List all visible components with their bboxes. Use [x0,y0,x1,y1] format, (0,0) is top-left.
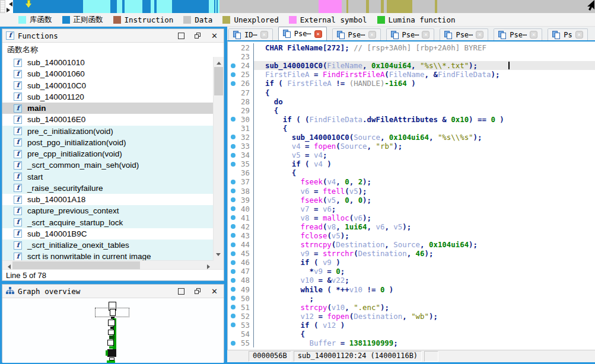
code-line[interactable]: 42 fread(v8, 1ui64, v6, v5); [228,222,595,231]
code-line[interactable]: 46 if ( v9 ) [228,258,595,267]
function-list-item[interactable]: f_raise_securityfailure [2,183,214,194]
band-segment[interactable] [172,0,209,13]
code-text[interactable]: { [254,106,595,115]
code-line[interactable]: 51 strcpy(v10, ".enc"); [228,303,595,312]
function-list-item[interactable]: fpre_cpp_initialization(void) [2,148,214,159]
code-text[interactable]: v4 = fopen(Source, "rb"); [254,142,595,151]
code-line[interactable]: 24 sub_1400010C0(FileName, 0x104ui64, "%… [228,61,595,70]
float-window-icon[interactable] [195,288,201,295]
code-line[interactable]: 33 v4 = fopen(Source, "rb"); [228,142,595,151]
code-line[interactable]: 23 [228,52,595,61]
scroll-down-icon[interactable] [216,253,221,258]
code-text[interactable]: if ( v12 ) [254,321,595,330]
code-line[interactable]: 54 { [228,330,595,339]
editor-tab[interactable]: Pse⋯✕ [440,28,488,40]
code-text[interactable] [254,52,595,61]
function-list-item[interactable]: fcapture_previous_context [2,205,214,216]
code-line[interactable]: 26 if ( FirstFileA != (HANDLE)-1i64 ) [228,79,595,88]
code-line[interactable]: 36 { [228,168,595,177]
band-segment[interactable] [110,0,117,13]
code-text[interactable]: if ( (FindFileData.dwFileAttributes & 0x… [254,115,595,124]
band-segment[interactable] [125,0,142,13]
band-segment[interactable] [157,0,172,13]
code-text[interactable]: do [254,97,595,106]
code-text[interactable]: sub_1400010C0(FileName, 0x104ui64, "%s\\… [254,61,595,70]
tab-close-icon[interactable]: ✕ [368,31,376,39]
tab-close-icon[interactable]: ✕ [530,31,537,39]
code-text[interactable]: if ( v4 ) [254,159,595,168]
band-segment[interactable] [387,0,412,13]
code-line[interactable]: 39 fseek(v5, 0, 0); [228,196,595,205]
maximize-icon[interactable] [178,288,184,295]
function-list-item[interactable]: fpost_pgo_initialization(void) [2,137,214,148]
band-segment[interactable] [412,0,435,13]
editor-tab[interactable]: Ps✕ [548,28,587,40]
scroll-up-icon[interactable] [217,59,221,65]
function-list-item[interactable]: fsub_1400010C0 [2,80,214,91]
graph-overview-titlebar[interactable]: Graph overview ✕ [2,285,224,298]
code-text[interactable]: fread(v8, 1ui64, v6, v5); [254,222,595,231]
band-segment[interactable] [117,0,122,13]
tab-close-icon[interactable]: ✕ [260,31,268,39]
code-text[interactable]: v8 = malloc(v6); [254,213,595,222]
code-text[interactable]: Buffer = 1381190999; [254,339,595,347]
band-segment[interactable] [83,0,110,13]
code-text[interactable]: ; [254,294,595,303]
horizontal-scroll-thumb[interactable] [12,261,140,269]
function-list-item[interactable]: f_scrt_initialize_onexit_tables [2,240,214,251]
code-line[interactable]: 44 strncpy(Destination, Source, 0x104ui6… [228,240,595,249]
function-list-item[interactable]: fscrt is nonwritable in current image [2,251,214,261]
code-text[interactable]: *v9 = 0; [254,267,595,276]
code-line[interactable]: 28 do [228,97,595,106]
code-text[interactable]: sub_1400010C0(Source, 0x104ui64, "%s\\%s… [254,133,595,142]
code-line[interactable]: 38 v6 = ftell(v5); [228,187,595,196]
code-text[interactable]: { [254,124,595,133]
code-text[interactable]: FirstFileA = FindFirstFileA(FileName, &F… [254,70,595,79]
function-name-column-header[interactable]: 函数名称 [2,43,224,58]
code-line[interactable]: 29 { [228,106,595,115]
function-list-item[interactable]: f_scrt_common_main_seh(void) [2,159,214,171]
tab-close-icon[interactable]: ✕ [575,31,583,39]
code-line[interactable]: 34 v5 = v4; [228,151,595,159]
code-text[interactable]: v7 = v6; [254,205,595,213]
code-text[interactable]: v12 = fopen(Destination, "wb"); [254,312,595,321]
editor-tab[interactable]: Pse⋯✕ [332,28,381,40]
functions-vertical-scrollbar[interactable] [213,57,224,261]
code-text[interactable]: v5 = v4; [254,151,595,159]
function-list-item[interactable]: fsub_1400016E0 [2,114,214,125]
band-drag-handle[interactable] [0,0,5,13]
editor-tab[interactable]: Pse⋯✕ [278,27,327,40]
code-text[interactable]: v6 = ftell(v5); [254,187,595,196]
code-line[interactable]: 40 v7 = v6; [228,205,595,213]
band-segment[interactable] [219,0,319,13]
code-text[interactable]: while ( *++v10 != 0 ) [254,285,595,294]
code-line[interactable]: 48 v10 = &v22; [228,276,595,285]
code-line[interactable]: 41 v8 = malloc(v6); [228,213,595,222]
function-list-item[interactable]: fmain [2,103,214,114]
editor-tab[interactable]: Pse⋯✕ [386,28,435,40]
code-text[interactable]: fclose(v5); [254,231,595,240]
code-text[interactable]: if ( v9 ) [254,258,595,267]
code-text[interactable]: { [254,330,595,339]
code-line[interactable]: 31 { [228,124,595,133]
editor-tab[interactable]: Pse⋯✕ [494,28,542,40]
code-line[interactable]: 49 while ( *++v10 != 0 ) [228,285,595,294]
code-line[interactable]: 52 v12 = fopen(Destination, "wb"); [228,312,595,321]
tab-close-icon[interactable]: ✕ [422,31,429,39]
functions-horizontal-scrollbar[interactable] [2,260,214,270]
function-list-item[interactable]: fpre_c_initialization(void) [2,126,214,137]
band-segment[interactable] [369,0,381,13]
function-list-item[interactable]: fsub_140001A18 [2,194,214,205]
band-segment[interactable] [437,0,595,13]
code-text[interactable]: if ( FirstFileA != (HANDLE)-1i64 ) [254,79,595,88]
tab-close-icon[interactable]: ✕ [314,30,322,38]
function-list-item[interactable]: fsub_140001B9C [2,228,214,240]
code-text[interactable]: v10 = &v22; [254,276,595,285]
function-list-item[interactable]: fsub_140001010 [2,57,214,68]
function-list-item[interactable]: fsub_140001060 [2,68,214,79]
scroll-left-icon[interactable] [5,264,11,269]
navigation-band[interactable] [13,0,595,13]
code-line[interactable]: 25 FirstFileA = FindFirstFileA(FileName,… [228,70,595,79]
code-line[interactable]: 50 ; [228,294,595,303]
code-line[interactable]: 53 if ( v12 ) [228,321,595,330]
